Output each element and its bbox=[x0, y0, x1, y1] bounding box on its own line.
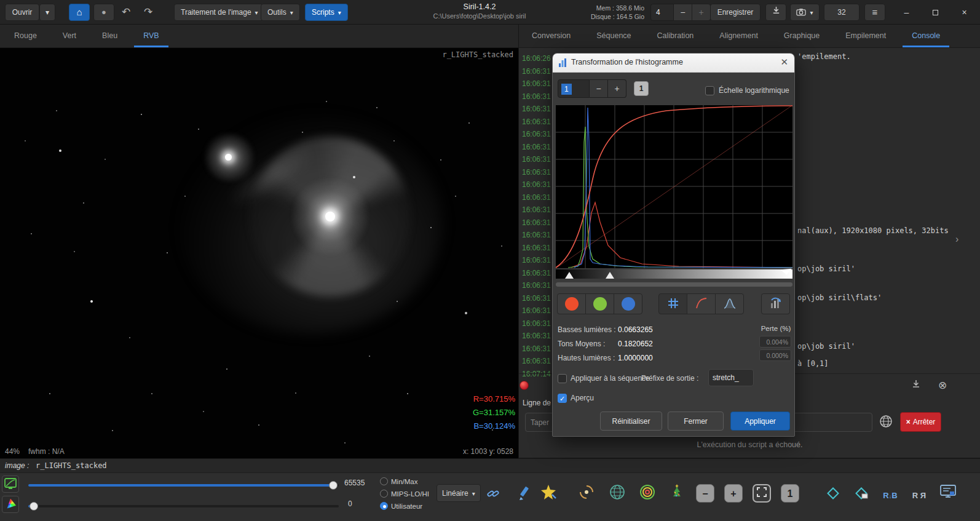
open-button[interactable]: Ouvrir bbox=[5, 4, 39, 21]
minimize-button[interactable]: – bbox=[893, 0, 920, 25]
tab-rouge[interactable]: Rouge bbox=[1, 25, 50, 47]
scale-mode-dropdown[interactable]: Linéaire▾ bbox=[437, 484, 481, 502]
processing-tabs: Conversion Séquence Calibration Aligneme… bbox=[519, 25, 980, 48]
tab-rvb[interactable]: RVB bbox=[130, 25, 172, 47]
radio-minmax[interactable]: Min/Max bbox=[380, 477, 417, 488]
star-cluster-button[interactable] bbox=[665, 482, 689, 504]
histogram-scrollbar[interactable] bbox=[556, 282, 792, 287]
output-prefix-field[interactable] bbox=[708, 369, 754, 386]
reset-to-one-button[interactable]: 1 bbox=[634, 81, 649, 96]
rgb-align-button[interactable]: R↓B bbox=[878, 484, 903, 506]
slider-track[interactable] bbox=[28, 505, 339, 507]
spinner-value[interactable]: 1 bbox=[558, 79, 590, 98]
open-dropdown-button[interactable]: ▾ bbox=[39, 4, 55, 21]
shadows-handle[interactable] bbox=[565, 272, 574, 279]
celestial-grid-button[interactable] bbox=[605, 482, 630, 504]
save-button[interactable]: Enregistrer bbox=[710, 4, 761, 21]
annotations-target-button[interactable] bbox=[635, 482, 660, 504]
clear-log-button[interactable]: ⊗ bbox=[935, 378, 950, 394]
log-scale-label: Échelle logarithmique bbox=[719, 86, 789, 95]
slider-track[interactable] bbox=[28, 484, 339, 487]
apply-button[interactable]: Appliquer bbox=[730, 412, 790, 431]
loss-midtones-field[interactable] bbox=[759, 336, 791, 348]
mirror-button[interactable]: R Я bbox=[907, 484, 931, 506]
export-button[interactable] bbox=[765, 4, 786, 21]
curve-toggle[interactable] bbox=[687, 293, 716, 314]
green-channel-toggle[interactable] bbox=[585, 293, 614, 314]
histogram-icon bbox=[558, 58, 568, 70]
snapshot-button[interactable]: ▾ bbox=[790, 4, 820, 21]
histogram-plot[interactable] bbox=[556, 105, 792, 268]
tab-graphique[interactable]: Graphique bbox=[771, 25, 832, 47]
record-button[interactable]: ● bbox=[93, 4, 114, 21]
color-profile-button[interactable] bbox=[2, 496, 19, 513]
target-rings-icon bbox=[639, 483, 656, 501]
spinner-decrement-button[interactable]: − bbox=[590, 79, 608, 98]
command-help-button[interactable] bbox=[876, 413, 896, 432]
tab-console[interactable]: Console bbox=[899, 25, 953, 47]
display-mode-button[interactable] bbox=[2, 475, 19, 493]
export-log-button[interactable] bbox=[908, 378, 924, 394]
tools-button[interactable]: Outils▾ bbox=[261, 4, 300, 21]
log-scale-checkbox[interactable] bbox=[705, 86, 714, 95]
radio-mips[interactable]: MIPS-LO/HI bbox=[380, 490, 429, 501]
apply-sequence-checkbox[interactable] bbox=[558, 374, 567, 383]
astrometry-button[interactable] bbox=[536, 482, 561, 504]
reset-button[interactable]: Réinitialiser bbox=[600, 412, 662, 431]
stop-button[interactable]: ×Arrêter bbox=[900, 412, 941, 432]
spinner-increment-button[interactable]: + bbox=[608, 79, 626, 98]
thread-decrement-button[interactable]: − bbox=[674, 4, 692, 21]
menu-button[interactable]: ≡ bbox=[864, 4, 885, 21]
thread-increment-button[interactable]: + bbox=[692, 4, 711, 21]
loss-display-button[interactable] bbox=[761, 293, 790, 314]
blue-channel-icon bbox=[622, 297, 635, 311]
scripts-button[interactable]: Scripts▾ bbox=[305, 4, 348, 21]
pixel-list-button[interactable] bbox=[936, 482, 960, 504]
tab-alignement[interactable]: Alignement bbox=[706, 25, 771, 47]
display-low-slider[interactable] bbox=[28, 501, 339, 511]
panel-expand-icon[interactable]: › bbox=[955, 234, 958, 245]
preview-checkbox[interactable]: ✓ bbox=[558, 394, 567, 403]
display-high-slider[interactable] bbox=[28, 480, 339, 490]
dialog-titlebar[interactable]: Transformation de l'histogramme ✕ bbox=[553, 54, 794, 73]
thread-count-value[interactable]: 4 bbox=[650, 4, 674, 21]
layers-clear-button[interactable] bbox=[849, 483, 874, 505]
layers-button[interactable] bbox=[821, 483, 845, 505]
close-button[interactable]: × bbox=[950, 0, 978, 25]
scrollbar-thumb[interactable] bbox=[556, 282, 792, 287]
annotate-button[interactable] bbox=[512, 483, 537, 505]
tab-calibration[interactable]: Calibration bbox=[644, 25, 707, 47]
slider-handle[interactable] bbox=[329, 481, 338, 490]
home-button[interactable]: ⌂ bbox=[69, 4, 90, 21]
image-processing-button[interactable]: Traitement de l'image▾ bbox=[174, 4, 265, 21]
tab-empilement[interactable]: Empilement bbox=[832, 25, 899, 47]
bit-depth-button[interactable]: 32 bits▾ bbox=[824, 4, 859, 21]
zoom-fit-button[interactable] bbox=[753, 484, 771, 503]
histogram-display-toggle[interactable] bbox=[715, 293, 744, 314]
status-led-icon bbox=[520, 381, 529, 390]
galaxy-button[interactable] bbox=[574, 482, 599, 504]
zoom-in-button[interactable]: + bbox=[724, 484, 743, 503]
undo-icon[interactable]: ↶ bbox=[122, 6, 130, 18]
redo-icon[interactable]: ↷ bbox=[144, 6, 152, 18]
zoom-out-button[interactable]: − bbox=[696, 484, 714, 503]
red-channel-toggle[interactable] bbox=[557, 293, 586, 314]
link-channels-button[interactable] bbox=[483, 485, 503, 503]
midtones-handle[interactable] bbox=[606, 272, 614, 279]
radio-utilisateur[interactable]: Utilisateur bbox=[380, 502, 422, 513]
slider-handle[interactable] bbox=[30, 502, 38, 511]
blue-channel-toggle[interactable] bbox=[614, 293, 642, 314]
loss-highlights-field[interactable] bbox=[759, 349, 791, 361]
image-canvas[interactable]: r_LIGHTS_stacked R=30.715% G=31.157% B=3… bbox=[0, 48, 518, 458]
close-dialog-button[interactable]: Fermer bbox=[668, 412, 724, 431]
grid-toggle[interactable] bbox=[658, 293, 687, 314]
console-timestamp: 16:06:26 bbox=[522, 52, 551, 65]
zoom-one-button[interactable]: 1 bbox=[781, 484, 799, 503]
tab-vert[interactable]: Vert bbox=[50, 25, 89, 47]
tab-sequence[interactable]: Séquence bbox=[583, 25, 644, 47]
dialog-close-button[interactable]: ✕ bbox=[780, 57, 788, 68]
tab-conversion[interactable]: Conversion bbox=[519, 25, 583, 47]
tab-bleu[interactable]: Bleu bbox=[89, 25, 130, 47]
maximize-button[interactable] bbox=[922, 0, 949, 25]
red-value: R=30.715% bbox=[473, 392, 515, 406]
